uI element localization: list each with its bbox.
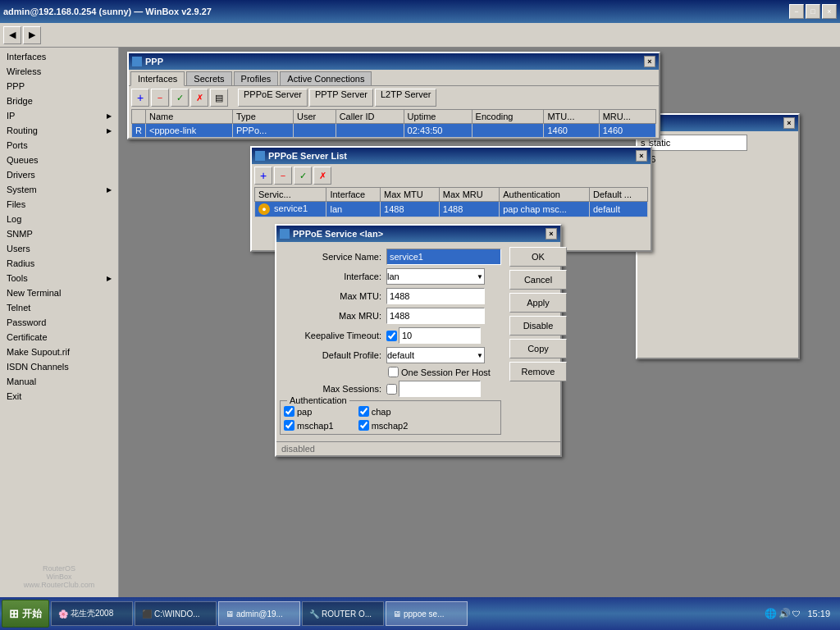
cell-interface: lan [326,202,381,217]
start-icon: ⊞ [9,607,19,620]
start-button[interactable]: ⊞ 开始 [2,600,49,628]
sidebar-item-certificate[interactable]: Certificate [0,330,118,345]
max-mru-label: Max MRU: [280,311,386,321]
sidebar-item-new-terminal[interactable]: New Terminal [0,285,118,300]
tab-secrets[interactable]: Secrets [186,71,231,85]
default-profile-label: Default Profile: [280,350,386,360]
sidebar-item-ports[interactable]: Ports [0,138,118,153]
add-icon[interactable]: + [254,167,272,185]
sidebar-item-queues[interactable]: Queues [0,153,118,167]
apply-button[interactable]: Apply [509,293,567,313]
remove-icon[interactable]: − [151,89,169,107]
col-type[interactable]: Type [232,110,293,124]
ppp-window-close[interactable]: × [644,56,655,67]
mschap2-checkbox[interactable] [358,420,369,431]
l2tp-server-button[interactable]: L2TP Server [375,89,437,107]
col-mru[interactable]: MRU... [599,110,655,124]
cancel-button[interactable]: Cancel [509,270,567,290]
taskbar-item-huashengke[interactable]: 🌸 花生壳2008 [51,601,133,626]
default-profile-select[interactable]: default [386,347,485,363]
table-row[interactable]: ● service1 lan 1488 1488 pap chap msc...… [255,202,648,217]
app-icon: 🖥 [226,609,234,619]
max-mtu-row: Max MTU: [280,288,501,304]
remove-icon[interactable]: − [274,167,292,185]
col-max-mru: Max MRU [439,188,499,202]
taskbar-item-cmd[interactable]: ⬛ C:\WINDO... [135,601,217,626]
col-name[interactable]: Name [145,110,232,124]
sidebar-item-manual[interactable]: Manual [0,374,118,389]
pap-checkbox[interactable] [284,406,294,417]
service-name-input[interactable] [386,249,501,265]
interface-select[interactable]: lan ether1 ether2 [386,268,485,285]
sidebar-item-tools[interactable]: Tools [0,271,118,285]
sidebar-item-exit[interactable]: Exit [0,389,118,404]
max-mtu-input[interactable] [386,288,485,304]
pppoe-service-close[interactable]: × [546,228,557,240]
max-sessions-checkbox[interactable] [386,384,397,395]
remove-button[interactable]: Remove [509,362,567,381]
one-session-checkbox[interactable] [388,367,399,377]
col-mtu[interactable]: MTU... [544,110,599,124]
tab-interfaces[interactable]: Interfaces [130,71,185,86]
col-encoding[interactable]: Encoding [472,110,544,124]
tab-active-connections[interactable]: Active Connections [280,71,372,85]
sidebar-item-drivers[interactable]: Drivers [0,167,118,182]
copy-button[interactable]: Copy [509,339,567,358]
pap-checkbox-label[interactable]: pap [284,406,334,417]
cell-name: <pppoe-link [145,124,232,138]
sidebar-item-make-supout[interactable]: Make Supout.rif [0,345,118,359]
enable-icon[interactable]: ✓ [294,167,312,185]
close-button[interactable]: × [822,4,837,19]
col-uptime[interactable]: Uptime [404,110,472,124]
max-sessions-input[interactable] [399,381,481,397]
minimize-button[interactable]: − [789,4,804,19]
mschap1-checkbox[interactable] [284,420,294,431]
sidebar-item-users[interactable]: Users [0,241,118,256]
keepalive-input[interactable] [399,327,481,344]
sidebar-item-telnet[interactable]: Telnet [0,300,118,315]
sidebar-item-ppp[interactable]: PPP [0,79,118,94]
bg-window-close[interactable]: × [783,117,795,129]
max-mru-input[interactable] [386,308,485,324]
ok-button[interactable]: OK [509,247,567,267]
disable-icon[interactable]: ✗ [190,89,208,107]
taskbar-item-router[interactable]: 🔧 ROUTER O... [302,601,384,626]
chap-checkbox[interactable] [358,406,369,417]
sidebar-item-snmp[interactable]: SNMP [0,226,118,241]
sidebar-item-wireless[interactable]: Wireless [0,64,118,79]
comment-icon[interactable]: ▤ [210,89,228,107]
sidebar-item-radius[interactable]: Radius [0,256,118,271]
enable-icon[interactable]: ✓ [171,89,189,107]
sidebar-item-bridge[interactable]: Bridge [0,94,118,108]
sidebar-item-ip[interactable]: IP [0,108,118,123]
taskbar-item-admin[interactable]: 🖥 admin@19... [218,601,300,626]
pppoe-server-button[interactable]: PPPoE Server [238,89,308,107]
back-button[interactable]: ◀ [3,26,21,44]
mschap1-checkbox-label[interactable]: mschap1 [284,420,334,431]
col-user[interactable]: User [294,110,336,124]
sidebar-item-files[interactable]: Files [0,197,118,212]
sidebar-item-system[interactable]: System [0,182,118,197]
sidebar-item-password[interactable]: Password [0,315,118,330]
bg-window-dropdown[interactable]: static [649,135,747,151]
col-flag [132,110,146,124]
sidebar-item-isdn[interactable]: ISDN Channels [0,359,118,374]
keepalive-checkbox[interactable] [386,331,397,341]
sidebar-item-log[interactable]: Log [0,212,118,226]
table-row[interactable]: R <pppoe-link PPPo... 02:43:50 1460 1460 [132,124,656,138]
taskbar-item-pppoe[interactable]: 🖥 pppoe se... [386,601,468,626]
maximize-button[interactable]: □ [806,4,820,19]
chap-checkbox-label[interactable]: chap [358,406,409,417]
col-callerid[interactable]: Caller ID [336,110,404,124]
pptp-server-button[interactable]: PPTP Server [309,89,373,107]
tab-profiles[interactable]: Profiles [234,71,279,85]
title-bar-buttons: − □ × [789,4,837,19]
disable-button[interactable]: Disable [509,316,567,336]
sidebar-item-interfaces[interactable]: Interfaces [0,49,118,64]
sidebar-item-routing[interactable]: Routing [0,123,118,138]
disable-icon[interactable]: ✗ [313,167,331,185]
forward-button[interactable]: ▶ [23,26,41,44]
mschap2-checkbox-label[interactable]: mschap2 [358,420,409,431]
add-icon[interactable]: + [131,89,149,107]
pppoe-server-list-close[interactable]: × [636,150,647,162]
